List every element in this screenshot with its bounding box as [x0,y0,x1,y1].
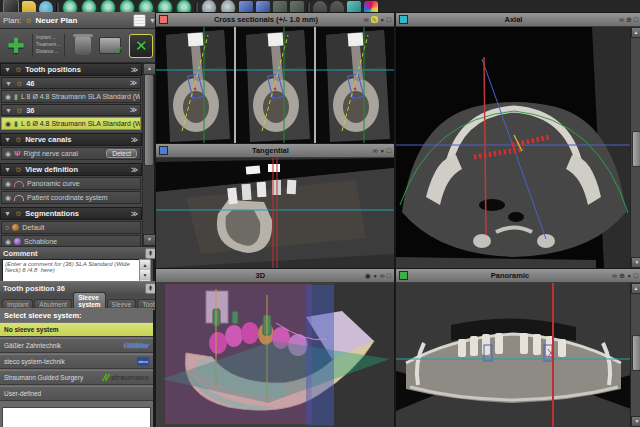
sync-icon[interactable]: ∞ [619,16,624,23]
scroll-down-icon[interactable]: ▼ [140,270,150,280]
dropdown-icon[interactable]: ▼ [627,273,632,279]
delete-trash-icon[interactable] [75,37,91,55]
dropdown-icon[interactable]: ▼ [380,148,385,154]
maximize-icon[interactable]: □ [387,16,391,23]
three-d-scene-image[interactable] [156,283,394,427]
eye-icon[interactable]: ◉ [365,272,371,280]
comment-scrollbar[interactable]: ▲ ▼ [139,259,151,283]
add-menu-treatment[interactable]: Treatment ... [36,42,61,49]
collapse-all-icon[interactable]: ≫ [131,166,138,174]
radio-icon[interactable]: ○ [5,224,9,231]
three-d-header[interactable]: 3D ◉ ▼ ∞ □ [156,269,394,283]
section-tooth-positions[interactable]: ▼ ☼ Tooth positions ≫ [0,63,142,76]
scroll-up-icon[interactable]: ▲ [140,260,150,270]
tangential-header[interactable]: Tangential ∞ ▼ □ [156,144,394,158]
segmentation-schablone-item[interactable]: ◉ Schablone [1,235,141,246]
collapse-icon[interactable]: ≫ [130,79,137,87]
collapse-arrow-icon[interactable]: ▼ [4,210,11,217]
collapse-all-icon[interactable]: ≫ [131,66,138,74]
sync-icon[interactable]: ∞ [373,147,378,154]
maximize-icon[interactable]: □ [387,147,391,154]
add-button[interactable]: ✚ [4,35,28,57]
detect-button[interactable]: Detect [106,149,137,158]
section-nerve-canals[interactable]: ▼ ☼ Nerve canals ≫ [0,133,142,146]
sleeve-option-straumann[interactable]: Straumann Guided Surgery straumann [0,370,153,385]
panoramic-ct-image[interactable] [396,283,631,427]
scroll-thumb[interactable] [144,74,154,166]
add-menu-implant[interactable]: Implant ... [36,35,61,42]
collapse-arrow-icon[interactable]: ▼ [5,80,12,87]
collapse-arrow-icon[interactable]: ▼ [4,136,11,143]
plan-report-button[interactable] [133,14,146,27]
axial-ct-image[interactable] [396,27,631,268]
collapse-arrow-icon[interactable]: ▼ [4,66,11,73]
tooth-group-46[interactable]: ▼ ☼ 46 ≫ [1,77,141,89]
section-segmentations[interactable]: ▼ ☼ Segmentations ≫ [0,207,142,220]
collapse-all-icon[interactable]: ≫ [131,136,138,144]
panoramic-curve-item[interactable]: ◉ Panoramic curve [1,177,141,190]
cross-sectional-slices-image[interactable] [156,27,394,143]
axial-scrollbar[interactable]: ▲ ▼ [630,27,640,268]
dropdown-icon[interactable]: ▼ [380,17,385,23]
visibility-all-icon[interactable]: ☼ [14,65,22,74]
pan-icon[interactable]: ⊕ [619,272,625,280]
viewport-axial: Axial ∞ ⊕ □ [395,12,640,270]
sleeve-option-steco[interactable]: steco system-technik steco [0,354,153,369]
collapse-arrow-icon[interactable]: ▼ [5,107,12,114]
sleeve-option-gassler[interactable]: Gäßler Zahntechnik Gäßler [0,338,153,353]
distance-tool-button[interactable]: ✕ [129,34,153,58]
implant-item-36-selected[interactable]: ◉ ▮ L 6 Ø 4.8 Straumann SLA Standard (Wi… [1,117,141,130]
tooth-group-36[interactable]: ▼ ☼ 36 ≫ [1,104,141,116]
scroll-thumb[interactable] [632,131,640,167]
section-title: Nerve canals [25,135,71,144]
tangential-ct-image[interactable] [156,158,394,268]
tab-sleeve-system[interactable]: Sleeve system [73,292,105,309]
scroll-up-icon[interactable]: ▲ [631,27,640,38]
viewport-cross-sectionals: Cross sectionals (+/- 1.0 mm) ∞ ✎ ▼ □ [155,12,395,145]
focus-icon[interactable]: ◉ [5,120,11,127]
pen-icon[interactable]: ✎ [371,16,378,23]
sync-icon[interactable]: ∞ [364,16,369,23]
visibility-all-icon[interactable]: ☼ [14,209,22,218]
tree-scrollbar[interactable]: ▲ ▼ [142,63,154,246]
sleeve-option-user-defined[interactable]: User-defined [0,386,153,401]
add-menu[interactable]: Implant ... Treatment ... Distance ... [32,34,65,56]
focus-icon[interactable]: ◉ [5,180,11,187]
maximize-icon[interactable]: □ [387,272,391,279]
dropdown-icon[interactable]: ▼ [373,273,378,279]
focus-icon[interactable]: ◉ [5,194,11,201]
scroll-up-icon[interactable]: ▲ [631,283,640,294]
pan-icon[interactable]: ⊕ [626,16,632,24]
collapse-icon[interactable]: ≫ [130,106,137,114]
focus-icon[interactable]: ◉ [5,150,11,157]
verify-plan-icon[interactable]: ✓ [99,37,121,54]
visibility-all-icon[interactable]: ☼ [14,165,22,174]
comment-header[interactable]: Comment ▲▼ [0,246,159,260]
nerve-canal-item[interactable]: ◉ Ψ Right nerve canal Detect [1,147,141,160]
scroll-thumb[interactable] [632,335,640,371]
implant-item-46[interactable]: ◉ ▮ L 8 Ø 4.8 Straumann SLA Standard (Wi… [1,90,141,103]
collapse-arrow-icon[interactable]: ▼ [4,166,11,173]
maximize-icon[interactable]: □ [634,272,638,279]
focus-icon[interactable]: ◉ [5,93,11,100]
visibility-icon[interactable]: ☼ [15,106,23,115]
add-menu-distance[interactable]: Distance ... [36,49,61,56]
panoramic-header[interactable]: Panoramic ∞ ⊕ ▼ □ [396,269,640,283]
scroll-down-icon[interactable]: ▼ [631,416,640,427]
panoramic-scrollbar[interactable]: ▲ ▼ [630,283,640,427]
scroll-down-icon[interactable]: ▼ [631,257,640,268]
sleeve-option-none[interactable]: No sleeve system [0,322,153,337]
radio-icon[interactable]: ◉ [5,238,11,245]
visibility-all-icon[interactable]: ☼ [14,135,22,144]
sync-icon[interactable]: ∞ [380,272,385,279]
cross-sectionals-header[interactable]: Cross sectionals (+/- 1.0 mm) ∞ ✎ ▼ □ [156,13,394,27]
section-view-definition[interactable]: ▼ ☼ View definition ≫ [0,163,142,176]
axial-header[interactable]: Axial ∞ ⊕ □ [396,13,640,27]
collapse-all-icon[interactable]: ≫ [131,210,138,218]
patient-coordinate-item[interactable]: ◉ Patient coordinate system [1,191,141,204]
visibility-icon[interactable]: ☼ [15,79,23,88]
comment-input[interactable] [2,259,145,283]
sync-icon[interactable]: ∞ [612,272,617,279]
segmentation-default-item[interactable]: ○ Default [1,221,141,234]
maximize-icon[interactable]: □ [634,16,638,23]
